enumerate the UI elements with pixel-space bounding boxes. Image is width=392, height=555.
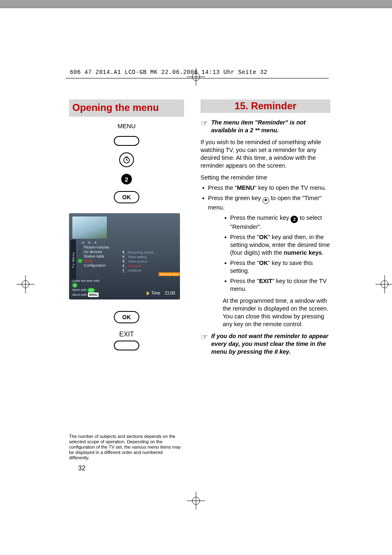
osd-sub-num: 2	[122, 264, 127, 268]
bullet-item: Press the "OK" key and then, in the sett…	[224, 233, 330, 257]
osd-stars-icon: ✶ ✶ ✶	[81, 240, 98, 245]
osd-sub-num: 5	[122, 250, 127, 254]
note-text: If you do not want the reminder to appea…	[211, 332, 330, 356]
osd-main-menu: Picture-Volume AV devices Station table …	[78, 245, 109, 267]
footnote: The number of subjects and sections depe…	[69, 434, 184, 461]
osd-sub-label: Recording control	[128, 251, 154, 254]
menu-key-icon	[114, 136, 139, 146]
bullet-item: Press the "EXIT" key to close the TV men…	[224, 277, 330, 293]
remote-stack-2: OK EXIT	[69, 311, 184, 350]
osd-dot-icon	[78, 263, 82, 267]
menu-key-label: MENU	[118, 122, 136, 129]
bullet-item: Press the "MENU" key to open the TV menu…	[202, 184, 330, 192]
registration-mark-icon	[187, 68, 205, 86]
osd-sub-item: 5Recording control	[122, 250, 154, 254]
bullet-item: Press the green key ✱ to open the "Timer…	[202, 194, 330, 212]
osd-sub-label: Timer control	[128, 260, 147, 263]
numeric-2-inline-icon: 2	[291, 216, 298, 223]
osd-dot-icon	[78, 254, 82, 258]
registration-mark-icon	[187, 492, 205, 510]
osd-ok-pill: OK	[88, 288, 95, 292]
osd-dot-icon	[78, 259, 82, 263]
osd-sub-label: Childlock	[128, 269, 141, 272]
timer-inline-icon: ✱	[263, 197, 269, 204]
osd-sub-item: 4Timer setting	[122, 255, 154, 259]
osd-menu-item: AV devices	[78, 250, 109, 254]
registration-mark-icon	[376, 275, 392, 293]
osd-menu-item: Configuration	[78, 263, 109, 267]
osd-sub-menu: 5Recording control 4Timer setting 3Timer…	[122, 250, 154, 272]
exit-key-label: EXIT	[119, 331, 134, 338]
osd-time-value: 21:00	[165, 291, 175, 295]
ok-key-icon: OK	[114, 311, 139, 323]
osd-menu-label: Timer	[84, 259, 93, 263]
osd-sub-item: 2Reminder	[122, 264, 154, 268]
bullet-list: Press the "MENU" key to open the TV menu…	[201, 184, 330, 212]
osd-sub-label: Reminder	[128, 264, 142, 268]
remote-stack: MENU 2 OK	[69, 122, 184, 203]
numeric-2-key-icon: 2	[121, 174, 132, 184]
osd-field-chip: Reminder time	[159, 272, 180, 276]
osd-menu-label: Configuration	[84, 263, 106, 267]
osd-menu-item: Timer	[78, 259, 109, 263]
osd-note-text: Clear the time with	[72, 279, 99, 283]
print-slug: 606 47 2014.A1 LCD-GB MK 22.06.2006 14:1…	[70, 69, 267, 76]
osd-preview-image	[72, 216, 107, 239]
osd-menu-label: Station table	[84, 254, 104, 258]
page-number: 32	[78, 465, 85, 472]
pointing-hand-icon: ☞	[201, 120, 208, 135]
timer-key-icon	[119, 152, 134, 167]
osd-dot-icon	[78, 245, 82, 249]
section-title-right: 15. Reminder	[201, 99, 330, 113]
osd-screenshot: ✶ ✶ ✶ TV-Menu Picture-Volume AV devices …	[69, 213, 180, 299]
osd-dot-icon	[78, 250, 82, 254]
osd-sub-num: 4	[122, 255, 127, 259]
osd-ii-pill: II	[72, 283, 77, 288]
paragraph: At the programmed time, a window with th…	[223, 297, 330, 328]
osd-time-label: Time	[151, 291, 160, 295]
osd-sub-num: 3	[122, 259, 127, 263]
osd-menu-label: Picture-Volume	[84, 245, 109, 249]
content: Opening the menu MENU 2 OK ✶ ✶ ✶ TV-Menu…	[69, 99, 330, 456]
osd-sub-item: 3Timer control	[122, 259, 154, 263]
left-column: Opening the menu MENU 2 OK ✶ ✶ ✶ TV-Menu…	[69, 99, 184, 456]
bullet-item: Press the "OK" key to save this setting.	[224, 259, 330, 275]
osd-menu-item: Station table	[78, 254, 109, 258]
bullet-item: Press the numeric key 2 to select "Remin…	[224, 214, 330, 231]
page: 606 47 2014.A1 LCD-GB MK 22.06.2006 14:1…	[0, 8, 392, 555]
play-triangle-icon	[147, 291, 150, 295]
exit-key-icon	[114, 341, 139, 350]
osd-menu-label: AV devices	[84, 250, 102, 254]
osd-sub-label: Timer setting	[128, 255, 147, 259]
subheading: Setting the reminder time	[201, 174, 330, 182]
osd-sub-num: 1	[122, 268, 127, 272]
osd-leftbar-label: TV-Menu	[70, 240, 76, 281]
right-column: 15. Reminder ☞ The menu item "Reminder" …	[201, 99, 330, 456]
osd-note-text: Save with	[72, 288, 87, 292]
osd-time: Time 21:00	[147, 291, 175, 295]
osd-sub-item: 1Childlock	[122, 268, 154, 272]
paragraph: If you wish to be reminded of something …	[201, 138, 330, 170]
osd-footer-notes: Clear the time with II Save with OK Abor…	[72, 279, 99, 297]
osd-menu-pill: MENU	[88, 292, 99, 297]
bullet-list-nested: Press the numeric key 2 to select "Remin…	[223, 214, 330, 293]
section-title-left: Opening the menu	[69, 99, 184, 117]
pointing-hand-icon: ☞	[201, 333, 208, 357]
note-text: The menu item "Reminder" is not availabl…	[211, 119, 330, 134]
ok-key-icon: OK	[114, 191, 139, 203]
registration-mark-icon	[16, 275, 35, 293]
osd-menu-item: Picture-Volume	[78, 245, 109, 249]
osd-note-text: Abort with	[72, 293, 87, 297]
